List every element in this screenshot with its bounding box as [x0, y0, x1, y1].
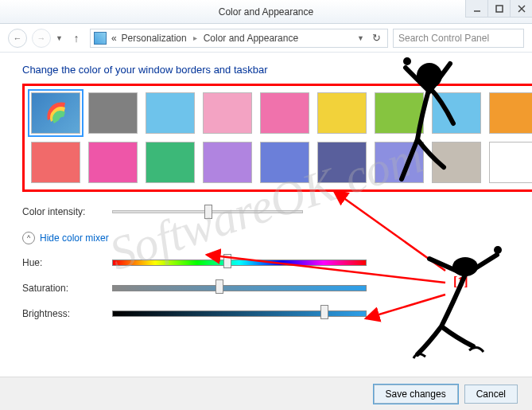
color-swatch[interactable]: [432, 92, 481, 134]
minimize-button[interactable]: [465, 0, 487, 18]
color-swatch[interactable]: [203, 92, 252, 134]
intensity-row: Color intensity:: [22, 206, 518, 217]
hue-label: Hue:: [22, 257, 106, 268]
forward-button[interactable]: →: [32, 29, 51, 48]
saturation-slider[interactable]: [112, 285, 367, 291]
color-swatch[interactable]: [88, 92, 138, 134]
slider-thumb[interactable]: [320, 305, 328, 319]
close-button[interactable]: [510, 0, 532, 18]
search-input[interactable]: Search Control Panel: [393, 29, 524, 48]
chevron-up-icon: ^: [22, 232, 35, 244]
saturation-row: Saturation:: [22, 283, 518, 294]
color-swatch[interactable]: [31, 92, 80, 134]
chevron-right-icon[interactable]: ▸: [192, 33, 199, 42]
controls-area: Color intensity: ^ Hide color mixer Hue:…: [22, 206, 518, 319]
color-swatch[interactable]: [260, 92, 309, 134]
addr-dropdown-icon[interactable]: ▼: [357, 34, 364, 42]
window-controls: [465, 0, 532, 18]
slider-thumb[interactable]: [216, 279, 223, 294]
slider-thumb[interactable]: [204, 205, 212, 219]
slider-thumb[interactable]: [223, 254, 231, 268]
color-mixer-toggle[interactable]: ^ Hide color mixer: [22, 232, 518, 244]
intensity-label: Color intensity:: [22, 206, 106, 217]
color-swatch[interactable]: [260, 142, 309, 183]
color-swatch[interactable]: [203, 142, 252, 183]
window-title: Color and Appearance: [219, 6, 313, 18]
save-button[interactable]: Save changes: [374, 385, 458, 404]
breadcrumb-item[interactable]: Color and Appearance: [204, 33, 298, 44]
color-swatch[interactable]: [88, 142, 138, 183]
color-swatch[interactable]: [489, 142, 532, 183]
navbar: ← → ▼ ↑ « Personalization ▸ Color and Ap…: [0, 24, 532, 53]
hue-row: Hue:: [22, 257, 518, 268]
color-swatch[interactable]: [31, 142, 80, 183]
back-button[interactable]: ←: [8, 29, 27, 48]
history-dropdown-icon[interactable]: ▼: [56, 34, 63, 42]
color-swatch-grid: [22, 84, 532, 192]
brightness-slider[interactable]: [112, 310, 367, 317]
address-bar[interactable]: « Personalization ▸ Color and Appearance…: [90, 29, 388, 48]
annotation-label: [1]: [453, 275, 468, 289]
mixer-toggle-label: Hide color mixer: [40, 232, 109, 244]
hue-slider[interactable]: [112, 260, 367, 266]
brightness-label: Brightness:: [22, 308, 106, 319]
color-swatch[interactable]: [317, 92, 367, 134]
breadcrumb-item[interactable]: Personalization: [122, 33, 187, 44]
intensity-slider[interactable]: [112, 210, 303, 213]
titlebar: Color and Appearance: [0, 0, 532, 24]
control-panel-icon: [94, 32, 107, 45]
color-swatch[interactable]: [146, 142, 195, 183]
color-swatch[interactable]: [489, 92, 532, 134]
maximize-button[interactable]: [487, 0, 510, 18]
search-placeholder: Search Control Panel: [398, 33, 489, 44]
color-swatch[interactable]: [146, 92, 195, 134]
cancel-button[interactable]: Cancel: [464, 385, 518, 404]
breadcrumb-prefix: «: [111, 33, 117, 44]
brightness-row: Brightness:: [22, 308, 518, 319]
footer: Save changes Cancel: [0, 377, 532, 410]
color-swatch[interactable]: [375, 92, 424, 134]
svg-rect-1: [496, 6, 503, 12]
color-swatch[interactable]: [432, 142, 481, 183]
color-swatch[interactable]: [317, 142, 367, 183]
saturation-label: Saturation:: [22, 283, 106, 294]
main-content: Change the color of your window borders …: [0, 53, 532, 342]
refresh-icon[interactable]: ↻: [369, 32, 384, 44]
page-heading: Change the color of your window borders …: [22, 64, 518, 76]
up-button[interactable]: ↑: [68, 29, 85, 47]
color-swatch[interactable]: [375, 142, 424, 183]
